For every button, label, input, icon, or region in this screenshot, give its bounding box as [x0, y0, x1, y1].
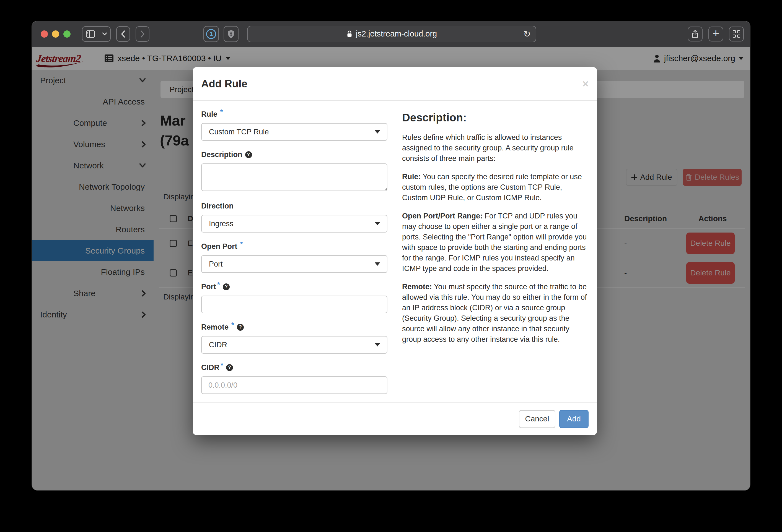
help-icon: ? — [245, 151, 252, 158]
help-icon: ? — [237, 324, 244, 331]
required-asterisk: * — [240, 240, 243, 249]
required-asterisk: * — [220, 361, 223, 370]
add-rule-modal: Add Rule × Rule * Custom TCP Rule — [193, 67, 597, 435]
url-text: js2.jetstream-cloud.org — [356, 29, 437, 38]
browser-toolbar: 1 js2.jetstream-cloud.org ↻ + — [32, 21, 750, 47]
cidr-field-group: CIDR * ? — [201, 363, 387, 394]
help-paragraph: Remote: You must specify the source of t… — [402, 281, 589, 345]
rule-form: Rule * Custom TCP Rule Description — [201, 109, 387, 403]
direction-field-group: Direction Ingress — [201, 201, 387, 233]
plus-icon: + — [713, 27, 719, 40]
rule-field-group: Rule * Custom TCP Rule — [201, 109, 387, 141]
help-icon: ? — [226, 364, 233, 371]
port-input[interactable] — [201, 296, 387, 313]
help-icon: ? — [223, 283, 230, 290]
chevron-down-icon — [375, 262, 380, 266]
tab-overview-icon — [733, 30, 740, 38]
required-asterisk: * — [220, 108, 223, 116]
screen: 1 js2.jetstream-cloud.org ↻ + — [0, 0, 782, 532]
shield-icon — [227, 29, 235, 39]
modal-header: Add Rule × — [193, 67, 597, 101]
help-panel: Description: Rules define which traffic … — [402, 109, 589, 403]
description-label: Description ? — [201, 150, 387, 159]
browser-window: 1 js2.jetstream-cloud.org ↻ + — [32, 21, 750, 490]
share-button[interactable] — [688, 27, 703, 41]
description-textarea[interactable] — [201, 163, 387, 191]
zoom-window-button[interactable] — [63, 30, 71, 38]
rule-label: Rule * — [201, 109, 387, 119]
required-asterisk: * — [231, 321, 234, 329]
back-button[interactable] — [116, 26, 130, 42]
cancel-button[interactable]: Cancel — [519, 410, 555, 428]
window-controls — [41, 30, 71, 38]
chevron-down-icon — [99, 27, 110, 41]
close-window-button[interactable] — [41, 30, 48, 38]
minimize-window-button[interactable] — [52, 30, 59, 38]
port-field-group: Port * ? — [201, 282, 387, 313]
rule-select[interactable]: Custom TCP Rule — [201, 123, 387, 141]
sidebar-icon — [82, 27, 99, 41]
address-bar[interactable]: js2.jetstream-cloud.org ↻ — [247, 26, 536, 42]
close-icon[interactable]: × — [582, 79, 589, 89]
open-port-select[interactable]: Port — [201, 255, 387, 273]
help-paragraph: Rule: You can specify the desired rule t… — [402, 172, 589, 203]
chevron-down-icon — [375, 130, 380, 134]
lock-icon — [347, 30, 353, 38]
direction-label: Direction — [201, 201, 387, 211]
open-port-field-group: Open Port * Port — [201, 241, 387, 273]
reload-icon[interactable]: ↻ — [523, 29, 531, 39]
direction-select[interactable]: Ingress — [201, 215, 387, 233]
modal-footer: Cancel Add — [193, 402, 597, 435]
tab-overview-button[interactable] — [729, 27, 744, 41]
cidr-label: CIDR * ? — [201, 363, 387, 373]
add-button[interactable]: Add — [559, 410, 589, 428]
help-panel-heading: Description: — [402, 111, 589, 124]
onepassword-icon: 1 — [206, 29, 216, 39]
new-tab-button[interactable]: + — [708, 27, 723, 41]
remote-select[interactable]: CIDR — [201, 336, 387, 354]
remote-field-group: Remote * ? CIDR — [201, 322, 387, 354]
share-icon — [691, 30, 699, 38]
remote-label: Remote * ? — [201, 322, 387, 332]
port-label: Port * ? — [201, 282, 387, 292]
required-asterisk: * — [217, 280, 220, 289]
modal-title: Add Rule — [201, 78, 247, 90]
chevron-down-icon — [375, 222, 380, 225]
modal-body: Rule * Custom TCP Rule Description — [193, 101, 597, 411]
chevron-down-icon — [375, 343, 380, 346]
shield-extension-button[interactable] — [223, 26, 239, 42]
help-paragraph: Rules define which traffic is allowed to… — [402, 132, 589, 164]
sidebar-toggle-button[interactable] — [82, 26, 111, 42]
open-port-label: Open Port * — [201, 241, 387, 251]
onepassword-extension-button[interactable]: 1 — [203, 26, 219, 42]
forward-button[interactable] — [136, 26, 149, 42]
cidr-input[interactable] — [201, 376, 387, 394]
help-paragraph: Open Port/Port Range: For TCP and UDP ru… — [402, 211, 589, 274]
web-page: Jetstream2 xsede • TG-TRA160003 • IU jfi… — [32, 47, 750, 490]
description-field-group: Description ? — [201, 150, 387, 192]
